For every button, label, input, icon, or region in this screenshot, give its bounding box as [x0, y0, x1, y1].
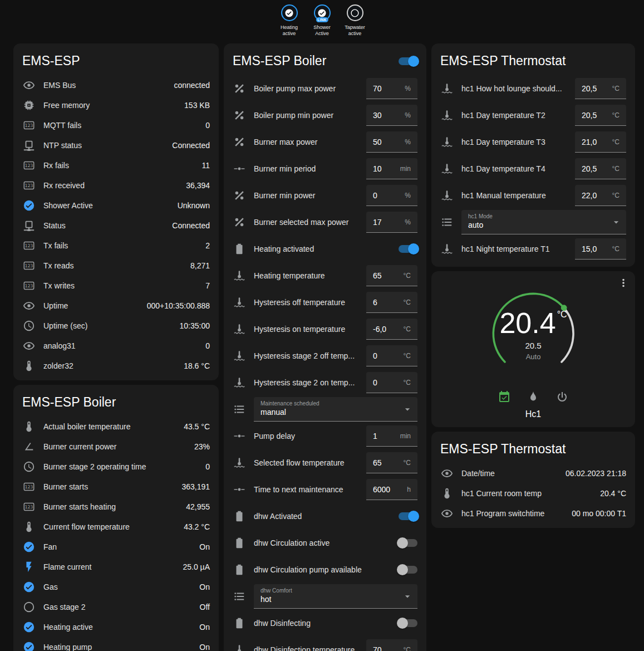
number-input-burner-selected-max-power[interactable]: 17% [366, 212, 417, 233]
entity-row[interactable]: Hysteresis stage 2 on temp...0°C [224, 369, 426, 396]
entity-row[interactable]: Burner min power0% [224, 182, 426, 209]
entity-row[interactable]: Hysteresis off temperature6°C [224, 289, 426, 316]
select-dhw-comfort[interactable]: dhw Comforthot [254, 584, 417, 609]
entity-row[interactable]: Uptime (sec)10:35:00 [13, 316, 219, 336]
entity-row[interactable]: dhw Circulation active [224, 530, 426, 556]
number-input-hysteresis-stage-2-off-temp[interactable]: 0°C [366, 345, 417, 366]
entity-row[interactable]: dhw Comforthot [224, 583, 426, 610]
number-input-hc1-how-hot-lounge-should[interactable]: 20,5°C [575, 78, 626, 99]
entity-row[interactable]: Flame current25.0 µA [13, 557, 219, 577]
number-input-dhw-disinfection-temperature[interactable]: 70°C [366, 639, 417, 651]
number-input-hysteresis-on-temperature[interactable]: -6,0°C [366, 319, 417, 340]
entity-row[interactable]: 123MQTT fails0 [13, 115, 219, 135]
calendar-check-icon[interactable] [498, 390, 511, 404]
entity-row[interactable]: Heating activated [224, 236, 426, 262]
entity-row[interactable]: dhw Disinfection temperature70°C [224, 637, 426, 651]
entity-row[interactable]: 123Burner starts heating42,955 [13, 497, 219, 517]
entity-row[interactable]: Hysteresis on temperature-6,0°C [224, 316, 426, 342]
entity-row[interactable]: 123Tx fails2 [13, 236, 219, 256]
entity-row[interactable]: Current flow temperature43.2 °C [13, 517, 219, 537]
number-input-hc1-day-temperature-t2[interactable]: 20,5°C [575, 105, 626, 126]
entity-row[interactable]: 123Tx reads8,271 [13, 256, 219, 276]
number-input-hc1-night-temperature-t1[interactable]: 15,0°C [575, 238, 626, 260]
entity-row[interactable]: hc1 Day temperature T420,5°C [431, 155, 635, 182]
entity-row[interactable]: Heating activeOn [13, 617, 219, 637]
entity-row[interactable]: GasOn [13, 577, 219, 597]
entity-row[interactable]: Pump delay1min [224, 423, 426, 449]
badge-circle[interactable] [281, 4, 298, 21]
entity-row[interactable]: FanOn [13, 537, 219, 557]
entity-row[interactable]: Free memory153 KB [13, 95, 219, 115]
entity-row[interactable]: Actual boiler temperature43.5 °C [13, 417, 219, 437]
entity-row[interactable]: Burner current power23% [13, 437, 219, 457]
number-input-hc1-day-temperature-t3[interactable]: 21,0°C [575, 131, 626, 153]
badge-heating-active[interactable]: Heating active [274, 4, 305, 37]
toggle-dhw-circulation-active[interactable] [399, 539, 417, 547]
entity-row[interactable]: EMS Busconnected [13, 75, 219, 95]
more-options-icon[interactable] [617, 277, 631, 290]
entity-row[interactable]: StatusConnected [13, 216, 219, 236]
entity-row[interactable]: Burner min period10min [224, 155, 426, 182]
entity-row[interactable]: Selected flow temperature65°C [224, 449, 426, 476]
entity-row[interactable]: Maintenance scheduledmanual [224, 396, 426, 423]
badge-tapwater-active[interactable]: Tapwater active [340, 4, 371, 37]
entity-row[interactable]: 123Tx writes7 [13, 276, 219, 296]
entity-row[interactable]: Hysteresis stage 2 off temp...0°C [224, 342, 426, 369]
entity-row[interactable]: zolder3218.6 °C [13, 356, 219, 376]
number-input-hysteresis-stage-2-on-temp[interactable]: 0°C [366, 372, 417, 393]
entity-row[interactable]: hc1 Day temperature T321,0°C [431, 129, 635, 155]
number-input-hysteresis-off-temperature[interactable]: 6°C [366, 292, 417, 313]
number-input-selected-flow-temperature[interactable]: 65°C [366, 452, 417, 473]
toggle-heating-activated[interactable] [399, 245, 417, 253]
entity-row[interactable]: analog310 [13, 336, 219, 356]
entity-row[interactable]: hc1 Day temperature T220,5°C [431, 102, 635, 129]
entity-row[interactable]: hc1 Modeauto [431, 209, 635, 236]
thermostat-dial[interactable]: 20.4°C20.5Auto [480, 283, 586, 384]
entity-row[interactable]: Gas stage 2Off [13, 597, 219, 617]
entity-row[interactable]: Date/time06.02.2023 21:18 [431, 463, 635, 483]
entity-row[interactable]: 123Rx received36,394 [13, 175, 219, 195]
number-input-boiler-pump-min-power[interactable]: 30% [366, 105, 417, 126]
entity-row[interactable]: hc1 Manual temperature22,0°C [431, 182, 635, 209]
entity-row[interactable]: Heating pumpOn [13, 637, 219, 651]
number-input-burner-min-period[interactable]: 10min [366, 158, 417, 179]
entity-row[interactable]: 123Rx fails11 [13, 155, 219, 175]
entity-row[interactable]: 123Burner starts363,191 [13, 477, 219, 497]
power-icon[interactable] [555, 390, 569, 404]
entity-row[interactable]: hc1 Program switchtime00 mo 00:00 T1 [431, 503, 635, 523]
entity-row[interactable]: hc1 Current room temp20.4 °C [431, 483, 635, 503]
toggle-dhw-activated[interactable] [399, 512, 417, 520]
number-input-boiler-pump-max-power[interactable]: 70% [366, 78, 417, 99]
number-input-time-to-next-maintenance[interactable]: 6000h [366, 479, 417, 500]
entity-row[interactable]: Burner stage 2 operating time0 [13, 457, 219, 477]
entity-row[interactable]: dhw Disinfecting [224, 610, 426, 637]
toggle-dhw-disinfecting[interactable] [399, 619, 417, 627]
entity-row[interactable]: NTP statusConnected [13, 135, 219, 155]
number-input-burner-min-power[interactable]: 0% [366, 185, 417, 206]
select-hc1-mode[interactable]: hc1 Modeauto [461, 210, 626, 234]
entity-row[interactable]: Boiler pump max power70% [224, 75, 426, 102]
flame-icon[interactable] [527, 390, 540, 404]
select-maintenance-scheduled[interactable]: Maintenance scheduledmanual [254, 397, 417, 422]
number-input-burner-max-power[interactable]: 50% [366, 131, 417, 153]
entity-row[interactable]: Heating temperature65°C [224, 262, 426, 289]
entity-row[interactable]: dhw Activated [224, 503, 426, 530]
entity-row[interactable]: Burner selected max power17% [224, 209, 426, 236]
number-input-hc1-manual-temperature[interactable]: 22,0°C [575, 185, 626, 206]
entity-row[interactable]: dhw Circulation pump available [224, 556, 426, 583]
entity-row[interactable]: hc1 How hot lounge should...20,5°C [431, 75, 635, 102]
badge-circle[interactable]: LINK [314, 4, 331, 21]
badge-shower-active[interactable]: LINKShower Active [307, 4, 338, 37]
entity-row[interactable]: Boiler pump min power30% [224, 102, 426, 129]
entity-row[interactable]: Uptime000+10:35:00.888 [13, 296, 219, 316]
entity-row[interactable]: hc1 Night temperature T115,0°C [431, 236, 635, 262]
card-header-toggle[interactable] [399, 57, 417, 65]
number-input-heating-temperature[interactable]: 65°C [366, 265, 417, 286]
entity-row[interactable]: Shower ActiveUnknown [13, 195, 219, 216]
number-input-pump-delay[interactable]: 1min [366, 425, 417, 447]
toggle-dhw-circulation-pump-available[interactable] [399, 566, 417, 574]
entity-row[interactable]: Time to next maintenance6000h [224, 476, 426, 503]
entity-row[interactable]: Burner max power50% [224, 129, 426, 155]
number-input-hc1-day-temperature-t4[interactable]: 20,5°C [575, 158, 626, 179]
badge-circle[interactable] [347, 4, 363, 21]
